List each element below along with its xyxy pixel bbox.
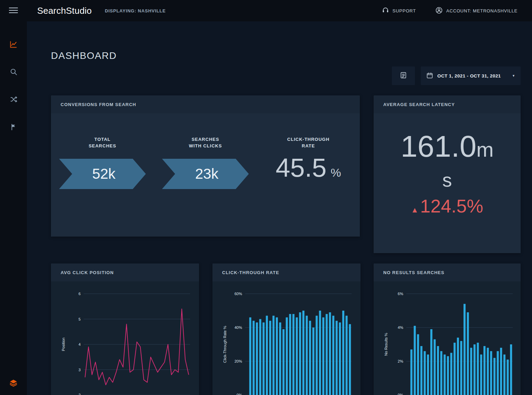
chart-card-title: AVG CLICK POSITION bbox=[61, 270, 114, 275]
chart-card-no-results: NO RESULTS SEARCHES 6%4%2%0%No Results % bbox=[374, 263, 521, 395]
svg-text:40%: 40% bbox=[234, 325, 242, 330]
conversions-card-header: CONVERSIONS FROM SEARCH bbox=[51, 95, 360, 113]
chart-card-header: CLICK-THROUGH RATE bbox=[212, 263, 361, 281]
calendar-icon bbox=[426, 72, 433, 80]
svg-text:5: 5 bbox=[79, 317, 81, 321]
chevron-down-icon: ▼ bbox=[512, 74, 515, 77]
svg-text:2%: 2% bbox=[398, 359, 403, 363]
svg-text:4: 4 bbox=[79, 342, 81, 346]
delta-value: 124.5% bbox=[420, 197, 483, 215]
hamburger-button[interactable] bbox=[0, 0, 27, 21]
date-range-select[interactable]: OCT 1, 2021 - OCT 31, 2021 ▼ bbox=[421, 66, 521, 85]
account-icon bbox=[435, 7, 443, 15]
displaying-label: DISPLAYING: NASHVILLE bbox=[105, 8, 166, 13]
latency-card-header: AVERAGE SEARCH LATENCY bbox=[374, 95, 521, 113]
app-logo[interactable]: SearchStudio bbox=[37, 6, 92, 16]
click-through-rate-value: 45.5 % bbox=[275, 155, 341, 181]
rate-number: 45.5 bbox=[275, 155, 326, 181]
conversions-card: CONVERSIONS FROM SEARCH TOTAL SEARCHES 5… bbox=[51, 95, 360, 237]
chart-card-click-through-rate: CLICK-THROUGH RATE 60%40%20%0%Click-Thro… bbox=[212, 263, 361, 395]
latency-card: AVERAGE SEARCH LATENCY 161.0 m s ▲ 124.5… bbox=[374, 95, 521, 253]
chart-card-title: CLICK-THROUGH RATE bbox=[222, 270, 279, 275]
svg-text:0%: 0% bbox=[237, 393, 242, 395]
search-icon bbox=[10, 68, 18, 77]
sidebar-item-analytics[interactable] bbox=[0, 31, 27, 59]
chart-card-avg-click-position: AVG CLICK POSITION 65432Position bbox=[51, 263, 199, 395]
avg-click-position-chart: 65432Position bbox=[51, 281, 199, 395]
date-range-label: OCT 1, 2021 - OCT 31, 2021 bbox=[437, 73, 501, 79]
latency-delta: ▲ 124.5% bbox=[411, 197, 483, 215]
svg-text:2: 2 bbox=[79, 393, 81, 395]
latency-card-title: AVERAGE SEARCH LATENCY bbox=[383, 102, 455, 107]
latency-value: 161.0 m bbox=[400, 131, 493, 162]
clipboard-check-icon bbox=[400, 72, 407, 80]
sidebar-item-flag[interactable] bbox=[0, 114, 27, 141]
line-chart-icon bbox=[9, 40, 18, 50]
svg-text:Position: Position bbox=[61, 337, 65, 351]
report-button[interactable] bbox=[392, 66, 415, 85]
rate-unit: % bbox=[331, 166, 341, 179]
flag-icon bbox=[10, 123, 17, 132]
svg-text:20%: 20% bbox=[234, 359, 242, 363]
funnel-step-click-through-rate: CLICK-THROUGH RATE 45.5 % bbox=[257, 113, 360, 237]
menu-icon bbox=[9, 7, 18, 15]
step-value-chevron: 23k bbox=[162, 159, 249, 189]
svg-text:No Results %: No Results % bbox=[384, 333, 388, 356]
sidebar-item-search[interactable] bbox=[0, 59, 27, 86]
app-root: SearchStudio DISPLAYING: NASHVILLE SUPPO… bbox=[0, 0, 532, 395]
topbar-right: SUPPORT ACCOUNT: METRONASHVILLE bbox=[380, 6, 532, 15]
svg-text:6: 6 bbox=[79, 292, 81, 296]
chart-card-header: AVG CLICK POSITION bbox=[51, 263, 199, 281]
latency-body: 161.0 m s ▲ 124.5% bbox=[374, 113, 521, 253]
click-through-rate-chart: 60%40%20%0%Click-Through Rate % bbox=[212, 281, 361, 395]
no-results-chart: 6%4%2%0%No Results % bbox=[374, 281, 521, 395]
funnel-step-searches-with-clicks: SEARCHES WITH CLICKS 23k bbox=[154, 113, 257, 237]
latency-unit-below: s bbox=[442, 170, 452, 190]
support-label: SUPPORT bbox=[393, 8, 416, 13]
account-button[interactable]: ACCOUNT: METRONASHVILLE bbox=[433, 6, 520, 15]
svg-text:60%: 60% bbox=[234, 292, 242, 296]
svg-text:4%: 4% bbox=[398, 325, 403, 330]
sidebar bbox=[0, 21, 27, 395]
topbar: SearchStudio DISPLAYING: NASHVILLE SUPPO… bbox=[0, 0, 532, 21]
shuffle-icon bbox=[10, 95, 18, 104]
svg-text:6%: 6% bbox=[398, 292, 403, 296]
layers-icon bbox=[9, 379, 18, 388]
chart-card-header: NO RESULTS SEARCHES bbox=[374, 263, 521, 281]
support-button[interactable]: SUPPORT bbox=[380, 6, 418, 15]
svg-text:3: 3 bbox=[79, 368, 81, 372]
headset-icon bbox=[382, 7, 389, 15]
step-label: TOTAL SEARCHES bbox=[88, 136, 116, 149]
svg-text:0%: 0% bbox=[398, 393, 403, 395]
step-label: SEARCHES WITH CLICKS bbox=[189, 136, 222, 149]
step-label: CLICK-THROUGH RATE bbox=[287, 136, 330, 149]
latency-number: 161.0 bbox=[400, 131, 476, 162]
account-label: ACCOUNT: METRONASHVILLE bbox=[446, 8, 518, 13]
sidebar-item-shuffle[interactable] bbox=[0, 86, 27, 114]
delta-up-icon: ▲ bbox=[411, 206, 419, 214]
latency-unit-inline: m bbox=[477, 139, 494, 160]
conversions-funnel: TOTAL SEARCHES 52k SEARCHES WITH CLICKS … bbox=[51, 113, 360, 237]
chart-card-title: NO RESULTS SEARCHES bbox=[383, 270, 445, 275]
sidebar-item-layers[interactable] bbox=[0, 375, 27, 392]
conversions-card-title: CONVERSIONS FROM SEARCH bbox=[61, 102, 136, 107]
svg-text:Click-Through Rate %: Click-Through Rate % bbox=[223, 326, 227, 363]
page-title: DASHBOARD bbox=[51, 50, 117, 61]
step-value-chevron: 52k bbox=[59, 159, 146, 189]
funnel-step-total-searches: TOTAL SEARCHES 52k bbox=[51, 113, 154, 237]
